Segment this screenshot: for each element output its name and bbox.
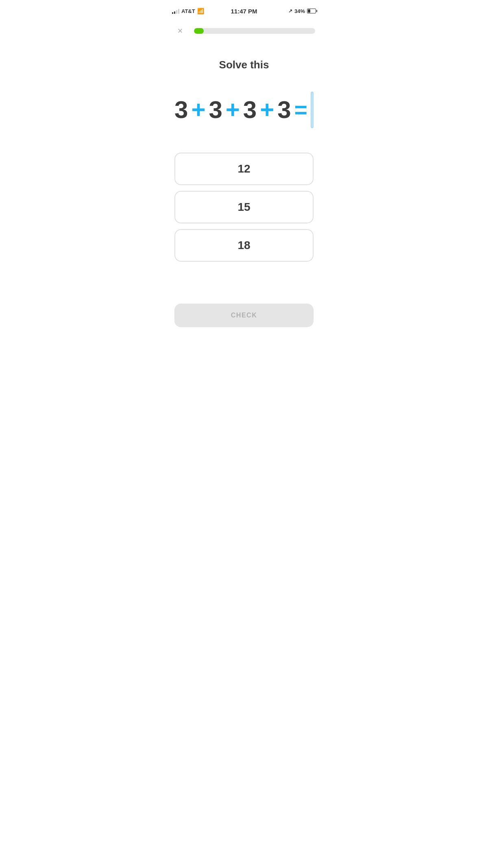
close-button[interactable]: ×: [173, 24, 187, 38]
eq-number-2: 3: [209, 98, 222, 122]
answer-box: [311, 92, 314, 128]
eq-number-1: 3: [174, 98, 188, 122]
battery-icon: [307, 9, 316, 13]
option-12[interactable]: 12: [174, 153, 314, 185]
eq-plus-3: +: [260, 98, 274, 122]
check-btn-container: CHECK: [174, 304, 314, 335]
main-content: Solve this 3 + 3 + 3 + 3 = 12 15 18 CHEC…: [165, 42, 323, 343]
signal-icon: [172, 8, 179, 14]
option-18[interactable]: 18: [174, 229, 314, 262]
eq-equals: =: [294, 99, 307, 121]
check-button[interactable]: CHECK: [174, 304, 314, 327]
status-right: ↗ 34%: [288, 8, 316, 14]
eq-plus-1: +: [191, 98, 205, 122]
status-bar: AT&T 📶 11:47 PM ↗ 34%: [165, 0, 323, 20]
page-title: Solve this: [219, 59, 269, 71]
wifi-icon: 📶: [197, 8, 204, 14]
option-15[interactable]: 15: [174, 191, 314, 223]
eq-plus-2: +: [226, 98, 240, 122]
eq-number-3: 3: [243, 98, 257, 122]
time-display: 11:47 PM: [231, 8, 257, 15]
options-container: 12 15 18: [174, 153, 314, 262]
equation-display: 3 + 3 + 3 + 3 =: [174, 92, 314, 128]
battery-percent: 34%: [294, 8, 305, 14]
eq-number-4: 3: [277, 98, 291, 122]
top-nav: ×: [165, 20, 323, 42]
progress-bar: [194, 28, 315, 34]
carrier-label: AT&T: [181, 8, 195, 14]
location-icon: ↗: [288, 8, 292, 14]
progress-bar-fill: [194, 28, 204, 34]
status-left: AT&T 📶: [172, 8, 204, 14]
